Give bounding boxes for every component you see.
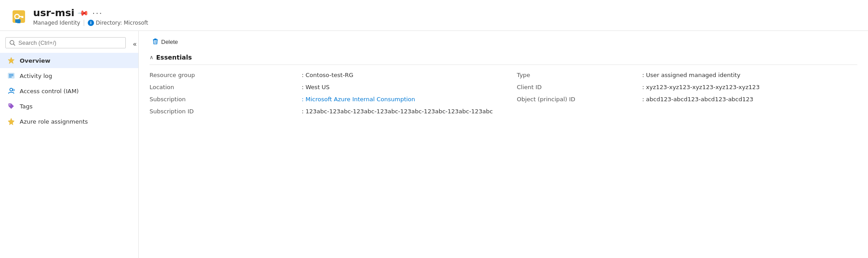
essentials-section-header: ∧ Essentials xyxy=(150,54,857,65)
delete-icon xyxy=(152,38,158,46)
resource-name: usr-msi xyxy=(33,7,74,19)
field-value-type: : User assigned managed identity xyxy=(642,70,858,80)
object-id-value: abcd123-abcd123-abcd123-abcd123 xyxy=(646,96,753,103)
sidebar-item-activity-log[interactable]: Activity log xyxy=(0,68,138,83)
svg-marker-17 xyxy=(8,118,14,125)
sidebar: « Overview xyxy=(0,31,139,258)
field-separator-type: : xyxy=(642,72,646,78)
more-icon[interactable]: ··· xyxy=(92,9,103,18)
directory-label: Directory: Microsoft xyxy=(96,20,148,26)
essentials-grid: Resource group : Contoso-test-RG Type : … xyxy=(150,70,857,116)
search-bar[interactable] xyxy=(5,37,126,48)
svg-marker-9 xyxy=(8,57,14,64)
content-area: Delete ∧ Essentials Resource group : Con… xyxy=(139,31,868,258)
field-label-object-id: Object (principal) ID xyxy=(517,95,642,104)
field-value-object-id: : abcd123-abcd123-abcd123-abcd123 xyxy=(642,95,858,104)
field-label-type: Type xyxy=(517,70,642,80)
field-label-subscription: Subscription xyxy=(150,95,302,104)
field-value-resource-group: : Contoso-test-RG xyxy=(302,70,517,80)
collapse-sidebar-button[interactable]: « xyxy=(131,39,138,48)
sidebar-item-tags-label: Tags xyxy=(20,103,33,110)
field-separator-obj: : xyxy=(642,96,646,103)
resource-title-block: usr-msi 📌 ··· Managed Identity i Directo… xyxy=(33,7,148,26)
search-input[interactable] xyxy=(18,39,122,46)
delete-label: Delete xyxy=(161,39,178,45)
subscription-id-value: 123abc-123abc-123abc-123abc-123abc-123ab… xyxy=(306,108,493,115)
rg-value: Contoso-test-RG xyxy=(306,72,354,78)
toolbar: Delete xyxy=(150,36,857,47)
sidebar-item-azure-role-assignments[interactable]: Azure role assignments xyxy=(0,114,138,129)
subtitle-divider xyxy=(84,20,84,26)
field-separator-client: : xyxy=(642,84,646,90)
delete-button[interactable]: Delete xyxy=(150,36,181,47)
directory-info: i Directory: Microsoft xyxy=(88,20,148,26)
azure-role-icon xyxy=(7,117,15,125)
sidebar-item-overview-label: Overview xyxy=(20,57,51,64)
resource-header: usr-msi 📌 ··· Managed Identity i Directo… xyxy=(0,0,868,31)
field-label-client-id: Client ID xyxy=(517,82,642,92)
page: usr-msi 📌 ··· Managed Identity i Directo… xyxy=(0,0,868,258)
svg-point-16 xyxy=(9,104,10,105)
type-value: User assigned managed identity xyxy=(646,72,740,78)
svg-line-8 xyxy=(13,44,15,45)
client-id-value: xyz123-xyz123-xyz123-xyz123-xyz123 xyxy=(646,84,760,90)
resource-icon xyxy=(11,9,27,25)
svg-rect-18 xyxy=(154,39,156,39)
field-value-subscription-id: : 123abc-123abc-123abc-123abc-123abc-123… xyxy=(302,107,857,116)
field-label-resource-group: Resource group xyxy=(150,70,302,80)
resource-subtitle: Managed Identity i Directory: Microsoft xyxy=(33,20,148,26)
overview-icon xyxy=(7,56,15,64)
tags-icon xyxy=(7,102,15,110)
field-value-location: : West US xyxy=(302,82,517,92)
sidebar-item-access-control[interactable]: Access control (IAM) xyxy=(0,83,138,99)
activity-log-icon xyxy=(7,72,15,80)
field-separator-loc: : xyxy=(302,84,306,90)
field-label-location: Location xyxy=(150,82,302,92)
search-icon xyxy=(9,40,16,46)
field-separator-rg: : xyxy=(302,72,306,78)
field-separator-sub: : xyxy=(302,96,306,103)
field-separator-subid: : xyxy=(302,108,306,115)
access-control-icon xyxy=(7,87,15,95)
field-value-client-id: : xyz123-xyz123-xyz123-xyz123-xyz123 xyxy=(642,82,858,92)
info-icon: i xyxy=(88,20,94,26)
sidebar-item-tags[interactable]: Tags xyxy=(0,99,138,114)
subscription-link[interactable]: Microsoft Azure Internal Consumption xyxy=(306,96,415,103)
field-label-subscription-id: Subscription ID xyxy=(150,107,302,116)
pin-icon[interactable]: 📌 xyxy=(77,7,90,19)
sidebar-item-overview[interactable]: Overview xyxy=(0,53,138,68)
resource-type-label: Managed Identity xyxy=(33,20,80,26)
sidebar-item-activity-log-label: Activity log xyxy=(20,73,52,79)
main-layout: « Overview xyxy=(0,31,868,258)
sidebar-item-azure-role-assignments-label: Azure role assignments xyxy=(20,118,88,125)
essentials-title: Essentials xyxy=(156,54,192,61)
chevron-icon[interactable]: ∧ xyxy=(150,54,154,60)
svg-rect-5 xyxy=(15,19,21,23)
svg-point-14 xyxy=(10,88,13,91)
location-value: West US xyxy=(306,84,330,90)
sidebar-item-access-control-label: Access control (IAM) xyxy=(20,88,79,95)
field-value-subscription[interactable]: : Microsoft Azure Internal Consumption xyxy=(302,95,517,104)
